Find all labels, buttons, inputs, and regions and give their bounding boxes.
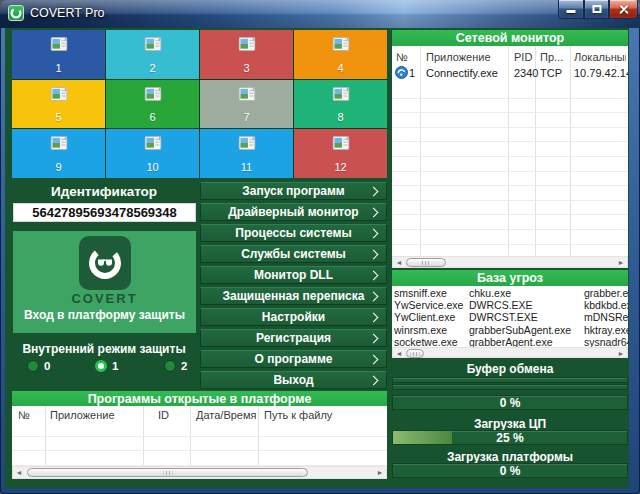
empty-rows xyxy=(12,422,387,466)
desktop-tile-9[interactable]: 9 xyxy=(12,129,105,178)
mode-option-0[interactable]: 0 xyxy=(27,360,50,372)
column-header-id[interactable]: ID xyxy=(158,409,169,421)
secure-desktops-grid: 1 2 3 4 5 6 7 xyxy=(12,30,387,178)
platform-login-label: Вход в платформу защиты xyxy=(24,308,185,322)
platform-login-button[interactable]: COVERT Вход в платформу защиты xyxy=(13,231,196,333)
close-button[interactable] xyxy=(609,0,638,19)
column-header-protocol[interactable]: Пр... xyxy=(540,51,563,63)
desktop-tile-4[interactable]: 4 xyxy=(294,30,387,79)
maximize-icon xyxy=(592,5,601,13)
window-icon xyxy=(238,37,255,51)
desktop-tile-2[interactable]: 2 xyxy=(106,30,199,79)
window-icon xyxy=(50,87,67,101)
platform-load-label: Загрузка платформы xyxy=(392,450,628,464)
column-header-pid[interactable]: PID xyxy=(514,51,532,63)
threat-db-list[interactable]: smsniff.exechku.exegrabber.exe YwService… xyxy=(392,286,628,347)
desktop-tile-8[interactable]: 8 xyxy=(294,80,387,129)
threat-item: socketwe.exe xyxy=(394,336,469,347)
column-header-local-ip[interactable]: Локальный IP xyxy=(574,51,626,63)
scroll-left-arrow[interactable]: ◄ xyxy=(393,257,405,268)
menu-item-label: Службы системы xyxy=(241,247,346,261)
desktop-tile-3[interactable]: 3 xyxy=(200,30,293,79)
column-header-num[interactable]: № xyxy=(18,409,30,421)
threat-item: hktray.exe xyxy=(584,324,628,336)
maximize-button[interactable] xyxy=(584,0,609,19)
minimize-button[interactable] xyxy=(558,0,584,19)
chevron-right-icon xyxy=(369,271,379,281)
network-monitor-scrollbar[interactable]: ◄ ► xyxy=(392,256,628,268)
menu-item-about[interactable]: О программе xyxy=(200,350,387,368)
menu-item-system-processes[interactable]: Процессы системы xyxy=(200,224,387,242)
column-header-num[interactable]: № xyxy=(396,51,408,63)
menu-item-label: О программе xyxy=(254,352,332,366)
threat-item: grabber.exe xyxy=(584,287,628,299)
chevron-right-icon xyxy=(369,187,379,197)
scroll-right-arrow[interactable]: ► xyxy=(615,257,627,268)
scrollbar-thumb[interactable] xyxy=(406,258,446,267)
protection-mode-options: 0 1 2 xyxy=(12,360,196,376)
network-monitor-table: № Приложение PID Пр... Локальный IP 1 Co… xyxy=(392,46,628,256)
programs-table-scrollbar[interactable]: ◄ ► xyxy=(12,466,387,479)
cell-pid: 2340 xyxy=(514,67,538,79)
scrollbar-thumb[interactable] xyxy=(406,349,424,358)
column-header-filepath[interactable]: Путь к файлу xyxy=(264,409,332,421)
menu-item-settings[interactable]: Настройки xyxy=(200,308,387,326)
tile-number: 12 xyxy=(334,161,346,173)
cell-app: Connectify.exe xyxy=(426,67,498,79)
menu-item-label: Настройки xyxy=(262,310,325,324)
menu-item-run-programs[interactable]: Запуск программ xyxy=(200,182,387,200)
column-header-app[interactable]: Приложение xyxy=(50,409,115,421)
desktop-tile-7[interactable]: 7 xyxy=(200,80,293,129)
threat-item: kbdkbd.exe xyxy=(584,299,628,311)
identifier-input[interactable] xyxy=(13,203,196,222)
column-header-app[interactable]: Приложение xyxy=(426,51,491,63)
cell-protocol: TCP xyxy=(540,67,562,79)
menu-item-label: Выход xyxy=(273,373,313,387)
protection-mode-label: Внутренний режим защиты xyxy=(12,342,196,356)
desktop-tile-5[interactable]: 5 xyxy=(12,80,105,129)
desktop-tile-12[interactable]: 12 xyxy=(294,129,387,178)
empty-rows xyxy=(392,84,628,256)
scroll-right-arrow[interactable]: ► xyxy=(615,348,627,359)
desktop-tile-6[interactable]: 6 xyxy=(106,80,199,129)
radio-selected-icon xyxy=(95,360,107,372)
column-header-datetime[interactable]: Дата/Время xyxy=(196,409,257,421)
gauge-value: 0 % xyxy=(393,464,627,477)
scroll-left-arrow[interactable]: ◄ xyxy=(13,467,25,478)
desktop-tile-11[interactable]: 11 xyxy=(200,129,293,178)
cpu-load-gauge: 25 % xyxy=(392,430,628,445)
mode-option-1[interactable]: 1 xyxy=(95,360,118,372)
menu-item-registration[interactable]: Регистрация xyxy=(200,329,387,347)
menu-item-system-services[interactable]: Службы системы xyxy=(200,245,387,263)
chevron-right-icon xyxy=(369,334,379,344)
cell-num: 1 xyxy=(409,67,415,79)
desktop-tile-1[interactable]: 1 xyxy=(12,30,105,79)
main-content: 1 2 3 4 5 6 7 xyxy=(5,28,629,488)
network-monitor-header: Сетевой монитор xyxy=(392,30,628,46)
threat-item: sysnadr64.e xyxy=(584,336,628,347)
titlebar[interactable]: COVERT Pro xyxy=(0,0,640,28)
table-row[interactable]: 1 Connectify.exe 2340 TCP 10.79.42.14 xyxy=(392,64,628,82)
covert-logo-icon xyxy=(10,7,22,19)
tile-number: 9 xyxy=(55,161,61,173)
tile-number: 10 xyxy=(146,161,158,173)
threat-item: smsniff.exe xyxy=(394,287,469,299)
window-icon xyxy=(50,37,67,51)
threat-item: DWRCS.EXE xyxy=(469,299,584,311)
scrollbar-thumb[interactable] xyxy=(27,468,308,477)
gauge-value: 25 % xyxy=(393,431,627,444)
menu-item-dll-monitor[interactable]: Монитор DLL xyxy=(200,266,387,284)
desktop-tile-10[interactable]: 10 xyxy=(106,129,199,178)
menu-item-exit[interactable]: Выход xyxy=(200,371,387,389)
window-icon xyxy=(332,87,349,101)
mode-option-2[interactable]: 2 xyxy=(164,360,187,372)
menu-item-label: Драйверный монитор xyxy=(228,205,358,219)
threat-db-scrollbar[interactable]: ◄ ► xyxy=(392,347,628,358)
scroll-right-arrow[interactable]: ► xyxy=(374,467,386,478)
scroll-left-arrow[interactable]: ◄ xyxy=(393,348,405,359)
tile-number: 7 xyxy=(243,111,249,123)
tile-number: 4 xyxy=(337,62,343,74)
menu-item-secure-messaging[interactable]: Защищенная переписка xyxy=(200,287,387,305)
menu-item-driver-monitor[interactable]: Драйверный монитор xyxy=(200,203,387,221)
clipboard-label: Буфер обмена xyxy=(392,362,628,376)
